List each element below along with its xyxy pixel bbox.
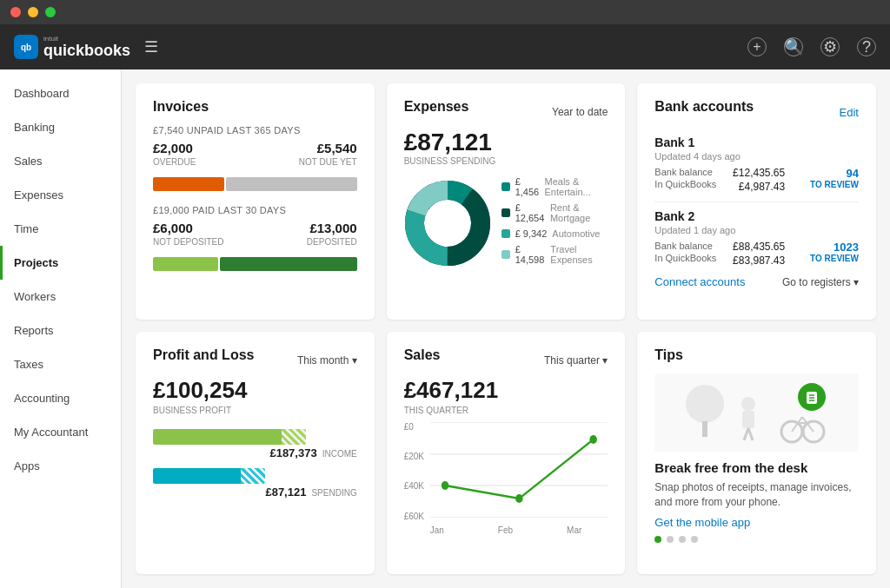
sidebar-item-apps[interactable]: Apps (0, 449, 121, 483)
pl-spending-label: SPENDING (311, 488, 356, 498)
sidebar-item-taxes[interactable]: Taxes (0, 347, 121, 381)
legend-item-travel: £ 14,598 Travel Expenses (501, 244, 608, 265)
bank1-amounts: £12,435.65 £4,987.43 (733, 167, 785, 195)
legend-amount-meals: £ 1,456 (515, 176, 540, 197)
registers-link[interactable]: Go to registers ▾ (782, 276, 859, 288)
sidebar-item-workers[interactable]: Workers (0, 280, 121, 314)
invoices-unpaid-label: £7,540 UNPAID LAST 365 DAYS (153, 125, 357, 135)
legend-label-auto: Automotive (552, 228, 600, 239)
bank-divider-1 (654, 202, 859, 202)
pl-header: Profit and Loss This month ▾ (153, 347, 357, 373)
sales-svg (430, 422, 608, 518)
pl-spending-bar-hatch (241, 468, 265, 484)
bank-header: Bank accounts Edit (654, 99, 859, 125)
invoices-not-dep-label: NOT DEPOSITED (153, 237, 224, 247)
bank1-bal-label: Bank balance (654, 167, 716, 177)
bank1-qb-label: In QuickBooks (654, 179, 716, 189)
bank1-updated: Updated 4 days ago (654, 151, 859, 162)
svg-point-15 (686, 385, 724, 423)
titlebar (0, 0, 890, 24)
sales-period[interactable]: This quarter ▾ (544, 354, 608, 367)
settings-icon[interactable]: ⚙ (820, 37, 840, 56)
pl-period[interactable]: This month ▾ (297, 354, 357, 367)
svg-point-7 (426, 202, 469, 245)
sales-subtitle: THIS QUARTER (404, 406, 608, 415)
tips-card-title: Break free from the desk (654, 460, 859, 475)
search-icon[interactable]: 🔍 (784, 37, 803, 56)
y-label-20k: £20K (404, 452, 424, 461)
bank-accounts-card: Bank accounts Edit Bank 1 Updated 4 days… (637, 83, 876, 320)
pl-spending-row: £87,121 SPENDING (153, 468, 357, 499)
sidebar-item-my-accountant[interactable]: My Accountant (0, 415, 121, 449)
tips-mobile-link[interactable]: Get the mobile app (654, 516, 859, 529)
help-icon[interactable]: ? (857, 37, 876, 56)
y-label-60k: £60K (404, 512, 424, 521)
tips-dot-2[interactable] (667, 536, 674, 543)
bank2-qb-amount: £83,987.43 (733, 254, 785, 267)
close-button[interactable] (10, 7, 21, 17)
maximize-button[interactable] (45, 7, 56, 17)
bank1-review-count: 94 (810, 167, 859, 180)
deposited-bar-container (153, 257, 357, 271)
expenses-card: Expenses Year to date £87,121 BUSINESS S… (387, 83, 626, 320)
legend-dot-meals (501, 182, 510, 191)
sidebar-item-accounting[interactable]: Accounting (0, 381, 121, 415)
bank2-amounts: £88,435.65 £83,987.43 (733, 241, 785, 268)
pl-income-amount: £187,373 (269, 446, 316, 459)
topnav-left: qb intuit quickbooks ☰ (14, 35, 158, 59)
expenses-body: £ 1,456 Meals & Entertain... £ 12,654 Re… (404, 176, 608, 270)
tips-dot-1[interactable] (654, 536, 661, 543)
bank2-name: Bank 2 (654, 209, 859, 223)
legend-label-meals: Meals & Entertain... (545, 176, 608, 197)
tips-image (654, 373, 859, 452)
legend-dot-auto (501, 229, 510, 238)
bank2-qb-label: In QuickBooks (654, 253, 716, 263)
bank1-qb-amount: £4,987.43 (733, 181, 785, 193)
sales-header: Sales This quarter ▾ (404, 347, 608, 373)
svg-rect-16 (702, 421, 707, 437)
pl-income-label: INCOME (322, 449, 357, 459)
invoices-overdue-label: OVERDUE (153, 157, 196, 167)
pl-title: Profit and Loss (153, 347, 254, 363)
connect-accounts-link[interactable]: Connect accounts (654, 275, 745, 288)
tips-dots (654, 536, 859, 543)
invoices-not-due-label: NOT DUE YET (299, 157, 357, 167)
expenses-big-amount: £87,121 (404, 129, 608, 156)
minimize-button[interactable] (28, 7, 38, 17)
hamburger-button[interactable]: ☰ (144, 37, 158, 56)
y-label-40k: £40K (404, 481, 424, 491)
pl-subtitle: BUSINESS PROFIT (153, 406, 357, 415)
sidebar-item-projects[interactable]: Projects (0, 246, 121, 280)
bank2-review-count: 1023 (810, 241, 859, 254)
tips-illustration (670, 378, 844, 447)
sidebar-item-dashboard[interactable]: Dashboard (0, 76, 121, 110)
sidebar-item-reports[interactable]: Reports (0, 314, 121, 347)
tips-dot-4[interactable] (691, 536, 698, 543)
pl-income-bar (153, 429, 306, 445)
svg-point-14 (589, 435, 597, 444)
sidebar-item-sales[interactable]: Sales (0, 144, 121, 178)
tips-title: Tips (654, 347, 859, 363)
invoices-paid-label: £19,000 PAID LAST 30 DAYS (153, 205, 357, 215)
expenses-big-subtitle: BUSINESS SPENDING (404, 156, 608, 166)
tips-dot-3[interactable] (679, 536, 686, 543)
sidebar: Dashboard Banking Sales Expenses Time Pr… (0, 69, 122, 588)
topnav-right: + 🔍 ⚙ ? (747, 37, 876, 56)
plus-icon[interactable]: + (747, 37, 767, 56)
sales-chart: £60K £40K £20K £0 (404, 422, 608, 535)
logo[interactable]: qb intuit quickbooks (14, 35, 130, 59)
sidebar-item-time[interactable]: Time (0, 212, 121, 246)
bank1-review: 94 TO REVIEW (810, 167, 859, 189)
not-due-bar (226, 177, 357, 191)
invoices-card: Invoices £7,540 UNPAID LAST 365 DAYS £2,… (136, 83, 375, 320)
pl-income-bar-solid (153, 429, 282, 445)
sidebar-item-expenses[interactable]: Expenses (0, 178, 121, 212)
sidebar-item-banking[interactable]: Banking (0, 110, 121, 144)
legend-label-rent: Rent & Mortgage (550, 202, 608, 223)
bank2-bal-labels: Bank balance In QuickBooks (654, 241, 716, 265)
expenses-period[interactable]: Year to date (552, 106, 608, 118)
legend-amount-travel: £ 14,598 (515, 244, 546, 265)
pl-spending-labels: £87,121 SPENDING (153, 486, 357, 499)
bank-edit-link[interactable]: Edit (840, 106, 859, 119)
deposited-bar (220, 257, 357, 271)
